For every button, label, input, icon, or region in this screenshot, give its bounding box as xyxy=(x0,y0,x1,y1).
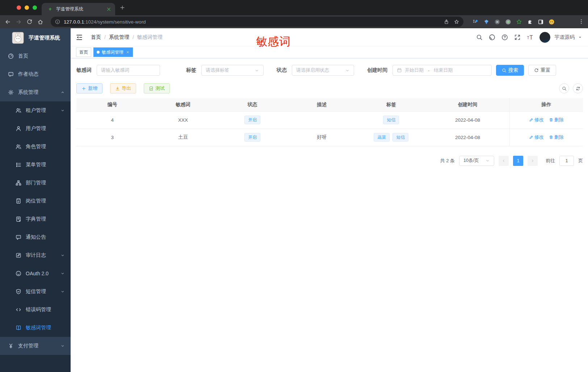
sidebar-item-error-code[interactable]: 错误码管理 xyxy=(0,301,71,319)
sidebar-item-tenant[interactable]: 租户管理 xyxy=(0,101,71,120)
svg-text:T: T xyxy=(529,34,533,40)
delete-link[interactable]: 删除 xyxy=(549,117,564,123)
reset-button[interactable]: 重置 xyxy=(528,65,556,76)
date-range-picker[interactable]: 开始日期 - 结束日期 xyxy=(392,65,492,76)
maximize-window-button[interactable] xyxy=(33,5,37,10)
sidebar-item-sensitive-word[interactable]: 敏感词管理 xyxy=(0,319,71,337)
notice-icon xyxy=(16,234,21,240)
edit-link[interactable]: 修改 xyxy=(529,117,544,123)
sidebar-item-sms[interactable]: 短信管理 xyxy=(0,283,71,301)
keyword-input[interactable]: 请输入敏感词 xyxy=(97,65,160,76)
green-star-extension-icon[interactable] xyxy=(516,19,522,25)
cell-word: XXX xyxy=(148,111,218,129)
sidebar-item-dept[interactable]: 部门管理 xyxy=(0,174,71,192)
search-icon xyxy=(502,68,507,73)
sidebar-item-menu[interactable]: 菜单管理 xyxy=(0,156,71,174)
reload-button[interactable] xyxy=(26,19,33,25)
cell-actions: 修改删除 xyxy=(509,129,583,146)
gem-extension-icon[interactable] xyxy=(483,19,490,25)
search-form: 敏感词 请输入敏感词 标签 请选择标签 状态 请选择启用状态 创建时间 开始日期… xyxy=(76,65,583,76)
user-avatar[interactable] xyxy=(539,32,550,43)
delete-link[interactable]: 删除 xyxy=(549,134,564,141)
new-tab-button[interactable] xyxy=(119,5,125,11)
menu-tree-icon xyxy=(16,162,21,168)
sidebar-item-user[interactable]: 用户管理 xyxy=(0,120,71,138)
home-button[interactable] xyxy=(37,19,43,25)
sidebar-item-home[interactable]: 首页 xyxy=(0,47,71,65)
plus-icon xyxy=(81,86,86,91)
main-area: 首页 / 系统管理 / 敏感词管理 TT 芋道源码 敏感词 首页敏感词管理 敏感… xyxy=(71,28,588,372)
sidebar-item-author-feed[interactable]: 作者动态 xyxy=(0,65,71,83)
tag-select[interactable]: 请选择标签 xyxy=(201,65,264,76)
tab-home[interactable]: 首页 xyxy=(76,47,91,57)
fontsize-icon[interactable]: TT xyxy=(527,34,533,41)
navbar: 首页 / 系统管理 / 敏感词管理 TT 芋道源码 敏感词 xyxy=(71,28,588,46)
back-button[interactable] xyxy=(5,19,11,25)
search-icon[interactable] xyxy=(476,34,483,41)
sidebar-item-oauth2[interactable]: OAuth 2.0 xyxy=(0,264,71,283)
sidebar-item-dict[interactable]: 字典管理 xyxy=(0,210,71,228)
breadcrumb-home[interactable]: 首页 xyxy=(91,34,101,41)
browser-menu-icon[interactable] xyxy=(578,18,584,25)
sidebar-item-system[interactable]: 系统管理 xyxy=(0,83,71,101)
tab-label: 首页 xyxy=(79,49,88,55)
total-count: 共 2 条 xyxy=(440,158,455,164)
button-label: 导出 xyxy=(122,85,131,92)
address-bar[interactable]: 127.0.0.1:1024/system/sensitive-word xyxy=(51,17,463,27)
emoji-extension-icon[interactable] xyxy=(549,19,555,25)
toolbar: 新增导出测试 xyxy=(76,83,583,93)
github-icon[interactable] xyxy=(489,34,495,41)
tab-sensitive-word[interactable]: 敏感词管理 xyxy=(93,47,133,57)
fullscreen-icon[interactable] xyxy=(514,34,521,41)
site-info-icon[interactable] xyxy=(55,19,60,24)
sidebar-item-label: 短信管理 xyxy=(26,288,46,295)
data-table: 编号敏感词状态描述标签创建时间操作 4XXX开启短信2022-04-08修改删除… xyxy=(76,98,583,146)
prev-page-button[interactable] xyxy=(499,156,509,166)
sidebar-item-notice[interactable]: 通知公告 xyxy=(0,228,71,246)
add-button[interactable]: 新增 xyxy=(76,83,102,93)
share-icon[interactable] xyxy=(444,19,449,24)
app-logo[interactable]: 芋道管理系统 xyxy=(0,28,71,47)
user-menu-caret-icon[interactable] xyxy=(578,35,582,39)
tab-close-icon[interactable] xyxy=(106,7,112,12)
side-panel-extension-icon[interactable] xyxy=(538,19,544,25)
goto-page-input[interactable] xyxy=(559,156,574,166)
table-row: 3土豆开启好呀蔬菜短信2022-04-08修改删除 xyxy=(76,129,583,146)
export-button[interactable]: 导出 xyxy=(110,83,136,93)
next-page-button[interactable] xyxy=(528,156,538,166)
sidebar-item-pay[interactable]: 支付管理 xyxy=(0,337,71,355)
doc-check-icon xyxy=(149,86,154,91)
question-icon[interactable] xyxy=(501,34,508,41)
edit-link[interactable]: 修改 xyxy=(529,134,544,141)
toggle-search-button[interactable] xyxy=(559,83,569,93)
close-icon[interactable] xyxy=(126,50,130,54)
users-icon xyxy=(16,108,21,113)
record-extension-icon[interactable] xyxy=(505,19,511,25)
breadcrumb-system[interactable]: 系统管理 xyxy=(109,34,129,41)
user-icon xyxy=(16,126,21,131)
test-button[interactable]: 测试 xyxy=(144,83,170,93)
command-extension-icon[interactable]: ⌘ xyxy=(494,19,500,25)
gear-icon xyxy=(8,89,14,95)
sidebar-item-role[interactable]: 角色管理 xyxy=(0,138,71,156)
browser-tab-title: 芋道管理系统 xyxy=(56,6,106,12)
sidebar-item-post[interactable]: 岗位管理 xyxy=(0,192,71,210)
status-badge: 开启 xyxy=(244,133,260,142)
refresh-table-button[interactable] xyxy=(573,83,583,93)
status-select[interactable]: 请选择启用状态 xyxy=(292,65,354,76)
sidebar-collapse-icon[interactable] xyxy=(76,34,83,41)
cell-id: 3 xyxy=(76,129,148,146)
close-window-button[interactable] xyxy=(17,5,21,10)
sidebar-item-audit-log[interactable]: 审计日志 xyxy=(0,246,71,264)
page-size-select[interactable]: 10条/页 xyxy=(459,156,494,166)
page-number-current[interactable]: 1 xyxy=(513,156,523,166)
apps-diamond-extension-icon[interactable] xyxy=(472,19,479,25)
minimize-window-button[interactable] xyxy=(25,5,29,10)
browser-tab[interactable]: 芋道管理系统 xyxy=(42,3,115,15)
search-button[interactable]: 搜索 xyxy=(496,65,524,76)
cell-create-time: 2022-04-08 xyxy=(426,111,509,129)
table-body: 4XXX开启短信2022-04-08修改删除3土豆开启好呀蔬菜短信2022-04… xyxy=(76,111,583,146)
bookmark-star-icon[interactable] xyxy=(454,19,459,24)
puzzle-extension-icon[interactable] xyxy=(527,19,533,25)
forward-button[interactable] xyxy=(16,19,22,25)
